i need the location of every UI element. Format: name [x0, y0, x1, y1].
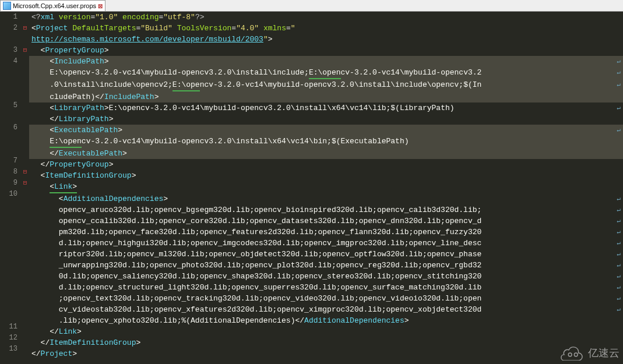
editor[interactable]: 12 34 5 6 78910 111213 ⊟ ⊟ ⊟⊟ <?xml vers…	[0, 12, 623, 364]
code-line[interactable]: E:\opencv-3.2.0-vc14\mybuild-opencv3.2.0…	[29, 136, 623, 148]
code-line[interactable]: d.lib;opencv_structured_light320d.lib;op…	[29, 282, 623, 293]
code-line[interactable]: <ExecutablePath>↵	[29, 125, 623, 136]
fold-marker	[21, 156, 29, 167]
fold-gutter[interactable]: ⊟ ⊟ ⊟⊟	[21, 12, 29, 364]
code-line[interactable]: .0\install\include\opencv2;E:\opencv-3.2…	[29, 79, 623, 91]
fold-marker	[21, 244, 29, 255]
code-line[interactable]: </Link>	[29, 326, 623, 337]
code-line[interactable]: d.lib;opencv_highgui320d.lib;opencv_imgc…	[29, 238, 623, 249]
code-line[interactable]: <Link>	[29, 181, 623, 193]
code-line[interactable]: </ExecutablePath>	[29, 148, 623, 159]
fold-marker	[21, 56, 29, 67]
fold-marker	[21, 34, 29, 45]
fold-marker	[21, 333, 29, 344]
code-line[interactable]: E:\opencv-3.2.0-vc14\mybuild-opencv3.2.0…	[29, 67, 623, 79]
fold-marker	[21, 299, 29, 310]
code-line[interactable]: <ItemDefinitionGroup>	[29, 170, 623, 181]
tab-bar: Microsoft.Cpp.x64.user.props ⊠	[0, 0, 623, 12]
fold-marker[interactable]: ⊟	[21, 23, 29, 34]
code-line[interactable]: <IncludePath>↵	[29, 56, 623, 67]
code-line[interactable]: cv_videostab320d.lib;opencv_xfeatures2d3…	[29, 304, 623, 315]
fold-marker	[21, 321, 29, 333]
line-number-gutter: 12 34 5 6 78910 111213	[0, 12, 21, 364]
code-line[interactable]: cludePath)</IncludePath>	[29, 91, 623, 103]
fold-marker	[21, 12, 29, 23]
code-line[interactable]: <LibraryPath>E:\opencv-3.2.0-vc14\mybuil…	[29, 103, 623, 114]
fold-marker	[21, 310, 29, 321]
fold-marker	[21, 211, 29, 222]
fold-marker	[21, 78, 29, 89]
fold-marker	[21, 67, 29, 78]
fold-marker[interactable]: ⊟	[21, 178, 29, 189]
fold-marker	[21, 189, 29, 200]
close-icon[interactable]: ⊠	[98, 3, 103, 9]
code-line[interactable]: http://schemas.microsoft.com/developer/m…	[29, 34, 623, 45]
fold-marker	[21, 200, 29, 211]
code-line[interactable]: </PropertyGroup>	[29, 159, 623, 170]
code-line[interactable]: opencv_aruco320d.lib;opencv_bgsegm320d.l…	[29, 204, 623, 215]
fold-marker	[21, 144, 29, 156]
fold-marker	[21, 222, 29, 233]
fold-marker	[21, 100, 29, 111]
code-line[interactable]: </ItemDefinitionGroup>	[29, 337, 623, 348]
fold-marker	[21, 111, 29, 122]
code-line[interactable]: opencv_ccalib320d.lib;opencv_core320d.li…	[29, 215, 623, 227]
file-tab[interactable]: Microsoft.Cpp.x64.user.props ⊠	[0, 0, 105, 11]
code-line[interactable]: ;opencv_text320d.lib;opencv_tracking320d…	[29, 293, 623, 304]
code-line[interactable]: </Project>	[29, 348, 623, 359]
code-line[interactable]: riptor320d.lib;opencv_ml320d.lib;opencv_…	[29, 249, 623, 260]
fold-marker	[21, 233, 29, 244]
fold-marker[interactable]: ⊟	[21, 167, 29, 178]
code-line[interactable]: <PropertyGroup>	[29, 45, 623, 56]
fold-marker	[21, 277, 29, 288]
code-line[interactable]: <Project DefaultTargets="Build" ToolsVer…	[29, 23, 623, 34]
fold-marker	[21, 344, 29, 355]
fold-marker	[21, 255, 29, 266]
fold-marker	[21, 266, 29, 277]
code-line[interactable]: 0d.lib;opencv_saliency320d.lib;opencv_sh…	[29, 271, 623, 282]
code-line[interactable]: <?xml version="1.0" encoding="utf-8"?>	[29, 12, 623, 23]
code-line[interactable]: <AdditionalDependencies>↵	[29, 193, 623, 204]
code-area[interactable]: <?xml version="1.0" encoding="utf-8"?><P…	[29, 12, 623, 364]
code-line[interactable]: _unwrapping320d.lib;opencv_photo320d.lib…	[29, 260, 623, 271]
tab-title: Microsoft.Cpp.x64.user.props	[13, 2, 96, 9]
code-line[interactable]: </LibraryPath>	[29, 114, 623, 125]
code-line[interactable]: pm320d.lib;opencv_face320d.lib;opencv_fe…	[29, 227, 623, 238]
fold-marker	[21, 122, 29, 133]
fold-marker[interactable]: ⊟	[21, 45, 29, 56]
fold-marker	[21, 288, 29, 299]
fold-marker	[21, 89, 29, 100]
file-icon	[3, 2, 11, 10]
code-line[interactable]: .lib;opencv_xphoto320d.lib;%(AdditionalD…	[29, 315, 623, 326]
fold-marker	[21, 133, 29, 144]
